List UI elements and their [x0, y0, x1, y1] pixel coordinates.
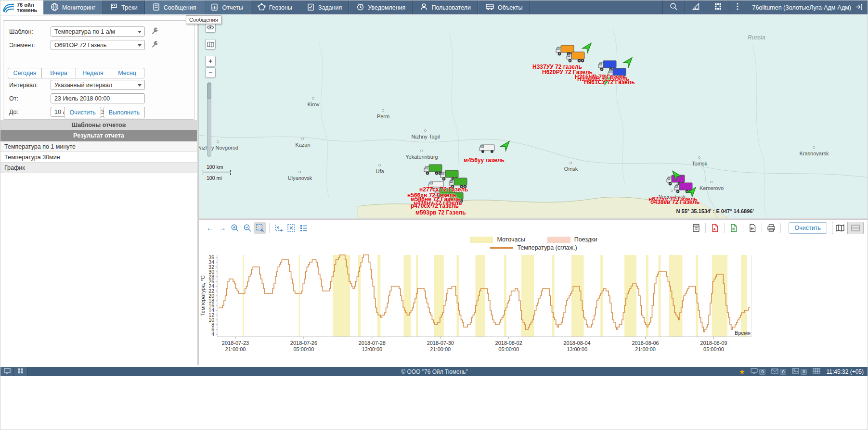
tab-уведомления[interactable]: Уведомления	[349, 0, 413, 14]
range-button-2[interactable]: Неделя	[76, 68, 110, 78]
xls-icon[interactable]	[727, 222, 740, 234]
city-dot	[698, 156, 700, 159]
star-icon[interactable]: ★	[739, 368, 745, 376]
zoom-in-button[interactable]: +	[205, 56, 216, 66]
nav-back-icon[interactable]: ←	[204, 222, 216, 234]
chart-clear-button[interactable]: Очистить	[789, 222, 827, 234]
counter-badge: 0	[801, 369, 807, 375]
engine-hours-band	[741, 255, 747, 337]
city-dot	[813, 146, 815, 149]
range-button-3[interactable]: Месяц	[110, 68, 144, 78]
engine-hours-band	[377, 255, 381, 337]
range-button-1[interactable]: Вчера	[42, 68, 76, 78]
zoom-in-icon[interactable]	[229, 222, 241, 234]
range-button-0[interactable]: Сегодня	[8, 68, 42, 78]
zoom-slider-handle[interactable]	[207, 83, 211, 99]
chevron-down-icon	[138, 31, 142, 33]
city-label: Perm	[377, 114, 389, 119]
template-settings-wrench-icon[interactable]	[151, 27, 158, 35]
table-icon[interactable]	[813, 368, 820, 375]
flag-icon	[110, 3, 118, 13]
statusbar-right: ★00011:45:32 (+05)	[739, 368, 868, 376]
vehicle-plate-label: о438ев 72 Газель	[650, 199, 700, 205]
region-label: Russia	[748, 34, 765, 41]
logout-icon[interactable]	[855, 3, 863, 12]
clear-button[interactable]: Очистить	[64, 107, 101, 118]
interval-select[interactable]: Указанный интервал	[51, 80, 145, 90]
tab-геозоны[interactable]: Геозоны	[250, 0, 299, 14]
marquee-zoom-icon[interactable]	[254, 222, 266, 234]
svg-text:A: A	[713, 227, 716, 231]
mail-counter[interactable]: 0	[771, 368, 786, 375]
map-toggle-icon[interactable]	[832, 222, 848, 234]
user-account-menu[interactable]: 76oiltumen (ЗолотыеЛуга-Адм-Адм)	[746, 0, 868, 14]
map-pane[interactable]: Russia Nizhny NovgorodKirovKazanUlyanovs…	[199, 15, 868, 218]
app-logo[interactable]: 76 ойлтюмень	[0, 0, 43, 14]
tab-задания[interactable]: Задания	[299, 0, 349, 14]
photo-counter[interactable]: 0	[792, 368, 807, 375]
vehicle-marker[interactable]	[478, 142, 496, 156]
pdf-icon[interactable]: A	[709, 222, 721, 234]
engine-hours-band	[669, 255, 682, 337]
engine-hours-band	[552, 255, 555, 337]
unit-label: Элемент:	[9, 42, 35, 49]
x-tick-label: 2018-08-0413:00:00	[563, 340, 590, 352]
clock-time: 11:45:32 (+05)	[826, 368, 864, 375]
monitor-button[interactable]	[0, 367, 14, 376]
tab-объекты[interactable]: Объекты	[478, 0, 530, 14]
temperature-chart[interactable]: 4681012141618202224262830323436Температу…	[199, 236, 868, 365]
city-dot	[671, 190, 673, 192]
search-button[interactable]	[662, 0, 685, 14]
sms-counter[interactable]: 0	[751, 368, 765, 375]
globe-icon	[51, 3, 59, 13]
unit-select[interactable]: О691ОР 72 Газель	[51, 40, 145, 50]
print-icon[interactable]	[765, 222, 777, 234]
zoom-out-button[interactable]: −	[205, 67, 216, 78]
section-report-templates[interactable]: Шаблоны отчетов	[0, 120, 197, 130]
chart-nav-tools: ←→	[204, 222, 310, 234]
export-icon[interactable]	[746, 222, 759, 234]
engine-hours-band	[243, 255, 244, 337]
chart-toolbar: ←→ AОчистить	[199, 220, 868, 236]
vehicle-plate-label: Н961СУ 72 Газель	[584, 79, 635, 86]
engine-hours-band	[659, 255, 661, 337]
fit-icon[interactable]	[285, 222, 298, 234]
copyright-text: © ООО "76 Ойл Тюмень"	[0, 368, 868, 375]
tab-label: Задания	[318, 4, 342, 11]
from-date-input[interactable]: 23 Июль 2018 00:00	[51, 93, 145, 103]
legend-list-icon[interactable]	[298, 222, 310, 234]
template-select[interactable]: Температура по 1 а/м	[51, 26, 145, 37]
apps-button[interactable]	[707, 0, 729, 14]
section-report-result[interactable]: Результат отчета	[0, 130, 197, 141]
split-toggle-icon[interactable]	[848, 222, 864, 234]
user-icon	[420, 3, 428, 13]
map-layers-button[interactable]	[205, 39, 216, 50]
grid-button[interactable]	[14, 367, 27, 376]
statusbar-left-icons	[0, 367, 27, 376]
unit-settings-wrench-icon[interactable]	[151, 41, 158, 49]
result-item[interactable]: График	[0, 163, 197, 173]
execute-button[interactable]: Выполнить	[104, 107, 145, 118]
zoom-slider[interactable]	[207, 82, 211, 157]
tab-мониторинг[interactable]: Мониторинг	[43, 0, 103, 14]
mail-icon	[771, 368, 778, 375]
tab-треки[interactable]: Треки	[103, 0, 144, 14]
main-tabs: МониторингТрекиСообщенияОтчетыГеозоныЗад…	[43, 0, 530, 14]
result-item[interactable]: Температура по 1 минуте	[0, 141, 197, 152]
result-item[interactable]: Температура 30мин	[0, 152, 197, 163]
tab-сообщения[interactable]: Сообщения	[145, 0, 204, 14]
zoom-out-icon[interactable]	[241, 222, 254, 234]
doc-icon[interactable]	[690, 222, 702, 234]
tab-label: Мониторинг	[62, 4, 95, 11]
ruler-button[interactable]	[685, 0, 707, 14]
x-zoom-icon[interactable]	[272, 222, 285, 234]
nav-forward-icon[interactable]: →	[216, 222, 229, 234]
tab-отчеты[interactable]: Отчеты	[203, 0, 250, 14]
tab-пользователи[interactable]: Пользователи	[413, 0, 478, 14]
kebab-button[interactable]	[729, 0, 746, 14]
sms-icon	[751, 368, 758, 375]
quick-range-buttons: СегодняВчераНеделяМесяц	[8, 68, 144, 78]
logo-text-line1: 76 ойл	[17, 2, 37, 8]
city-dot	[298, 171, 301, 173]
engine-hours-band	[403, 255, 411, 337]
